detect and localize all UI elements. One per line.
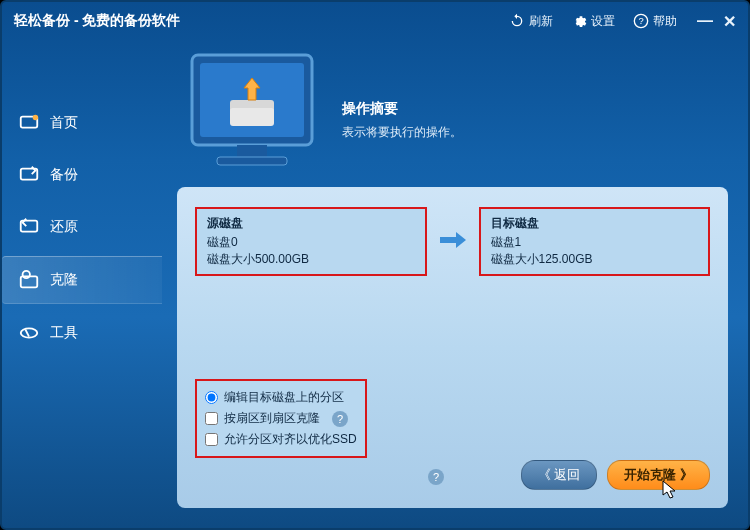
sector-clone-help-icon[interactable]: ? [332,411,348,427]
settings-button[interactable]: 设置 [571,13,615,30]
tools-icon [18,322,40,344]
window-controls: — ✕ [697,12,736,31]
disk-row: 源磁盘 磁盘0 磁盘大小500.00GB 目标磁盘 磁盘1 磁盘大小125.00… [195,207,710,276]
help-button[interactable]: ? 帮助 [633,13,677,30]
svg-text:?: ? [638,16,643,26]
option-edit-partitions[interactable]: 编辑目标磁盘上的分区 [205,387,357,408]
backup-icon [18,164,40,186]
minimize-button[interactable]: — [697,12,713,31]
edit-partitions-radio[interactable] [205,391,218,404]
source-name: 磁盘0 [207,234,415,251]
sidebar-item-backup[interactable]: 备份 [2,152,162,198]
back-button[interactable]: 《 返回 [521,460,598,490]
cursor-icon [662,480,678,504]
operation-summary: 操作摘要 表示将要执行的操作。 [342,100,462,141]
gear-icon [571,13,587,29]
target-title: 目标磁盘 [491,215,699,232]
content-panel: 源磁盘 磁盘0 磁盘大小500.00GB 目标磁盘 磁盘1 磁盘大小125.00… [177,187,728,508]
refresh-button[interactable]: 刷新 [509,13,553,30]
help-icon: ? [633,13,649,29]
sidebar: 首页 备份 还原 克隆 工具 [2,40,162,528]
target-disk-box[interactable]: 目标磁盘 磁盘1 磁盘大小125.00GB [479,207,711,276]
app-window: 轻松备份 - 免费的备份软件 刷新 设置 ? 帮助 — ✕ 首页 [0,0,750,530]
svg-rect-11 [237,145,267,157]
monitor-illustration [182,50,322,180]
top-actions: 刷新 设置 ? 帮助 [509,13,677,30]
titlebar: 轻松备份 - 免费的备份软件 刷新 设置 ? 帮助 — ✕ [2,2,748,40]
svg-rect-12 [217,157,287,165]
sidebar-item-clone[interactable]: 克隆 [2,256,162,304]
body: 首页 备份 还原 克隆 工具 [2,40,748,528]
summary-desc: 表示将要执行的操作。 [342,124,462,141]
settings-label: 设置 [591,13,615,30]
option-ssd-align[interactable]: 允许分区对齐以优化SSD [205,429,357,450]
sidebar-item-tools[interactable]: 工具 [2,310,162,356]
target-size: 磁盘大小125.00GB [491,251,699,268]
source-size: 磁盘大小500.00GB [207,251,415,268]
options-box: 编辑目标磁盘上的分区 按扇区到扇区克隆 ? 允许分区对齐以优化SSD [195,379,367,458]
ssd-align-label: 允许分区对齐以优化SSD [224,431,357,448]
ssd-align-help-icon[interactable]: ? [428,469,444,485]
target-name: 磁盘1 [491,234,699,251]
sidebar-label: 克隆 [50,271,78,289]
home-icon [18,112,40,134]
arrow-icon [435,230,471,254]
sidebar-item-restore[interactable]: 还原 [2,204,162,250]
option-sector-clone[interactable]: 按扇区到扇区克隆 ? [205,408,357,429]
main-area: 操作摘要 表示将要执行的操作。 源磁盘 磁盘0 磁盘大小500.00GB 目标磁… [162,40,748,528]
app-title: 轻松备份 - 免费的备份软件 [14,12,509,30]
sector-clone-checkbox[interactable] [205,412,218,425]
edit-partitions-label: 编辑目标磁盘上的分区 [224,389,344,406]
source-title: 源磁盘 [207,215,415,232]
refresh-label: 刷新 [529,13,553,30]
sidebar-label: 首页 [50,114,78,132]
restore-icon [18,216,40,238]
sidebar-label: 还原 [50,218,78,236]
start-clone-button[interactable]: 开始克隆 》 [607,460,710,490]
sidebar-label: 备份 [50,166,78,184]
sidebar-item-home[interactable]: 首页 [2,100,162,146]
clone-icon [18,269,40,291]
svg-rect-14 [230,108,274,126]
refresh-icon [509,13,525,29]
source-disk-box[interactable]: 源磁盘 磁盘0 磁盘大小500.00GB [195,207,427,276]
sidebar-label: 工具 [50,324,78,342]
svg-point-3 [33,115,38,121]
sector-clone-label: 按扇区到扇区克隆 [224,410,320,427]
ssd-align-checkbox[interactable] [205,433,218,446]
close-button[interactable]: ✕ [723,12,736,31]
summary-title: 操作摘要 [342,100,462,118]
bottom-buttons: 《 返回 开始克隆 》 [521,460,710,490]
help-label: 帮助 [653,13,677,30]
